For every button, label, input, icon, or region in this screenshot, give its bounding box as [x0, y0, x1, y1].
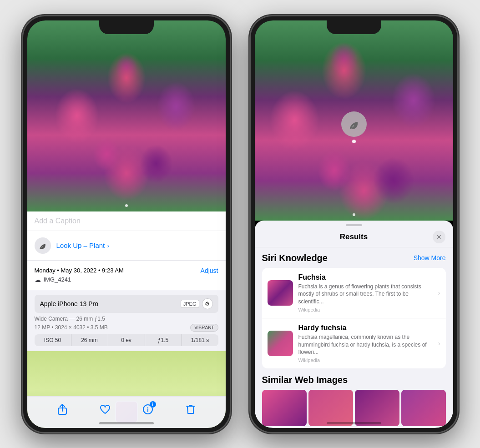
results-content: Siri Knowledge Show More Fuchsia Fuchsia…: [255, 247, 453, 428]
notch: [99, 20, 154, 34]
lookup-section[interactable]: Look Up – Plant ›: [27, 231, 226, 261]
info-badge: i: [150, 401, 156, 408]
visual-look-dot: [352, 140, 356, 143]
photo-dot-indicator: [125, 204, 128, 207]
leaf-icon: [38, 241, 47, 250]
similar-img-4[interactable]: [401, 390, 446, 426]
similar-section: Similar Web Images: [262, 375, 446, 426]
right-phone: Results ✕ Siri Knowledge Show More: [249, 15, 459, 433]
close-button[interactable]: ✕: [433, 231, 445, 243]
results-panel: Results ✕ Siri Knowledge Show More: [255, 221, 453, 428]
siri-section-header: Siri Knowledge Show More: [262, 253, 446, 263]
photo-area-left[interactable]: [27, 20, 226, 211]
camera-row1: Apple iPhone 13 Pro JPEG ⚙: [35, 295, 218, 313]
exif-ev: 0 ev: [108, 334, 145, 346]
cloud-icon: ☁: [35, 276, 41, 283]
camera-icon-badge: ⚙: [202, 298, 213, 309]
meta-section: Monday • May 30, 2022 • 9:23 AM Adjust ☁…: [27, 261, 226, 290]
leaf-icon-circle: [35, 237, 51, 254]
exif-aperture: ƒ1.5: [145, 334, 182, 346]
photo-area-right[interactable]: [255, 20, 453, 221]
siri-knowledge-title: Siri Knowledge: [262, 253, 328, 263]
visual-look-leaf-icon: [348, 118, 360, 131]
right-screen: Results ✕ Siri Knowledge Show More: [255, 20, 453, 428]
hardy-fuchsia-item[interactable]: Hardy fuchsia Fuchsia magellanica, commo…: [262, 318, 446, 368]
hardy-name: Hardy fuchsia: [298, 324, 433, 332]
knowledge-card: Fuchsia Fuchsia is a genus of flowering …: [262, 268, 446, 369]
similar-img-2[interactable]: [308, 390, 353, 426]
similar-img-3[interactable]: [355, 390, 399, 426]
adjust-button[interactable]: Adjust: [201, 267, 218, 274]
camera-specs2: 12 MP • 3024 × 4032 • 3.5 MB VIBRANT: [35, 324, 218, 332]
fuchsia-name: Fuchsia: [298, 273, 433, 282]
info-button[interactable]: i: [141, 402, 155, 417]
exif-shutter: 1/181 s: [182, 334, 218, 346]
exif-iso: ISO 50: [35, 334, 71, 346]
fuchsia-item[interactable]: Fuchsia Fuchsia is a genus of flowering …: [262, 268, 446, 318]
right-notch: [327, 20, 381, 34]
similar-images-row: [262, 390, 446, 426]
hardy-desc: Fuchsia magellanica, commonly known as t…: [298, 333, 433, 356]
camera-badges: JPEG ⚙: [181, 298, 213, 309]
camera-section: Apple iPhone 13 Pro JPEG ⚙ Wide Camera —…: [27, 290, 226, 351]
caption-placeholder: Add a Caption: [35, 217, 81, 225]
hardy-info: Hardy fuchsia Fuchsia magellanica, commo…: [298, 324, 433, 363]
jpeg-badge: JPEG: [181, 300, 199, 308]
fuchsia-desc: Fuchsia is a genus of flowering plants t…: [298, 283, 433, 306]
close-icon: ✕: [436, 233, 442, 241]
home-bar-right: [327, 422, 381, 424]
delete-button[interactable]: [183, 402, 198, 417]
results-title: Results: [340, 232, 368, 242]
fuchsia-chevron-icon: ›: [438, 289, 440, 297]
hardy-chevron-icon: ›: [438, 340, 440, 347]
fuchsia-thumb: [268, 280, 293, 306]
caption-area[interactable]: Add a Caption: [27, 211, 226, 231]
fuchsia-source: Wikipedia: [298, 307, 433, 312]
fuchsia-info: Fuchsia Fuchsia is a genus of flowering …: [298, 273, 433, 312]
photo-date: Monday • May 30, 2022 • 9:23 AM: [35, 267, 124, 274]
hardy-thumb: [268, 331, 293, 356]
camera-specs: Wide Camera — 26 mm ƒ1.5: [35, 316, 218, 322]
share-button[interactable]: [55, 402, 70, 417]
camera-model: Apple iPhone 13 Pro: [40, 300, 98, 307]
lookup-text: Look Up – Plant ›: [56, 242, 110, 250]
similar-img-1[interactable]: [262, 390, 307, 426]
photo-dot-indicator-right: [353, 213, 355, 216]
exif-focal: 26 mm: [71, 334, 108, 346]
meta-row: Monday • May 30, 2022 • 9:23 AM Adjust: [35, 267, 218, 274]
vibrant-badge: VIBRANT: [190, 324, 218, 332]
results-header: Results ✕: [255, 226, 453, 247]
show-more-button[interactable]: Show More: [414, 254, 446, 262]
exif-row: ISO 50 26 mm 0 ev ƒ1.5 1/181 s: [35, 334, 218, 346]
similar-title: Similar Web Images: [262, 375, 446, 385]
flower-photo-left: [27, 20, 226, 211]
left-phone: Add a Caption Look Up – Plant ›: [22, 15, 231, 433]
favorite-button[interactable]: [98, 402, 112, 417]
meta-filename: ☁ IMG_4241: [35, 276, 218, 283]
visual-look-button[interactable]: [341, 111, 367, 137]
left-screen: Add a Caption Look Up – Plant ›: [27, 20, 226, 428]
hardy-source: Wikipedia: [298, 357, 433, 363]
home-bar-left: [99, 422, 154, 424]
